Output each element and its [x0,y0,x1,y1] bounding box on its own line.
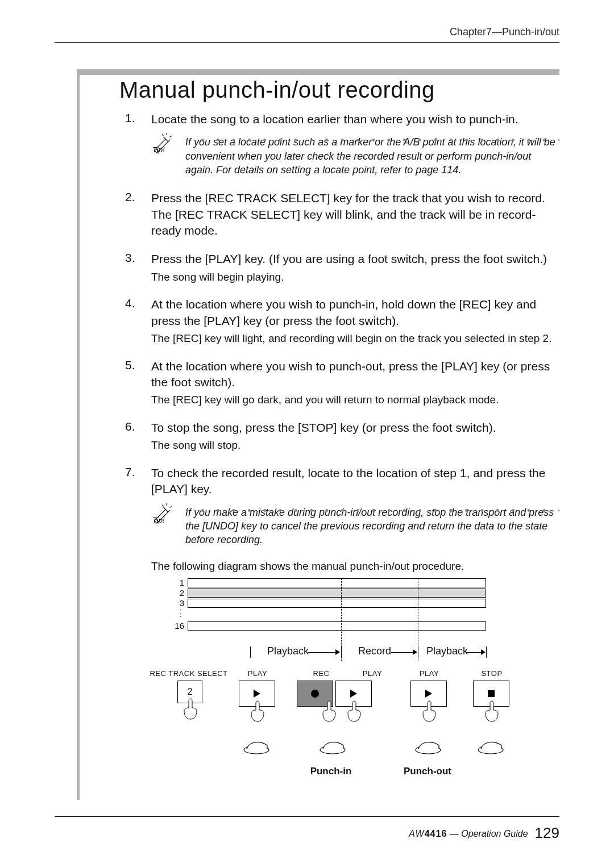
footswitch-icon [476,737,505,754]
track-row [188,621,486,631]
footer-opguide: — Operation Guide [447,829,528,838]
play-icon [425,690,432,698]
phase-playback2-label: Playback [426,645,468,657]
step-text: Locate the song to a location earlier th… [151,111,559,127]
phase-arrow [308,652,337,653]
step-2: 2. Press the [REC TRACK SELECT] key for … [125,190,559,239]
step-4: 4. At the location where you wish to pun… [125,297,559,345]
diagram-caption: The following diagram shows the manual p… [151,560,559,573]
step-number: 5. [125,358,135,372]
track-label-16: 16 [171,621,184,631]
punch-diagram: 1 2 3 ··· 16 Playback Record Playback [165,578,551,806]
tip-dots: • • • • • • • • • • • • • • • • • • • • … [185,139,559,142]
footswitch-icon [318,737,347,754]
track-label-2: 2 [171,589,184,598]
track-ellipsis: ··· [180,608,182,618]
step-text: To stop the song, press the [STOP] key (… [151,420,559,436]
rec-track-select-label: REC TRACK SELECT [143,669,234,678]
play-caption: PLAY [347,669,398,678]
step-7: 7. To check the recorded result, locate … [125,465,559,547]
phase-playback-label: Playback [267,645,309,657]
track-label-1: 1 [171,578,184,587]
steps-list: 1. Locate the song to a location earlier… [125,111,559,546]
finger-press-icon [250,700,266,723]
phase-arrow [466,652,482,653]
running-head-rule [55,42,559,43]
play-icon [254,690,260,698]
punch-out-label: Punch-out [393,766,462,777]
arrowhead-icon [481,649,486,655]
step-1: 1. Locate the song to a location earlier… [125,111,559,177]
footer-rule [55,816,559,817]
step-subtext: The [REC] key will go dark, and you will… [151,393,559,407]
page-number: 129 [535,824,559,841]
phase-arrow [391,652,414,653]
page-title: Manual punch-in/out recording [119,77,435,103]
record-icon [311,690,319,698]
track-row-selected [188,589,486,598]
finger-press-icon [422,700,438,723]
stop-caption: STOP [466,669,517,678]
phase-tick [486,646,487,658]
button-2-label: 2 [188,687,193,697]
step-text: At the location where you wish to punch-… [151,297,559,329]
finger-press-icon [183,698,199,720]
step-number: 6. [125,420,135,433]
tip-block: Tip! • • • • • • • • • • • • • • • • • •… [151,506,559,547]
step-text: At the location where you wish to punch-… [151,358,559,391]
play-caption: PLAY [404,669,455,678]
finger-press-icon [484,700,500,723]
step-5: 5. At the location where you wish to pun… [125,358,559,407]
footswitch-icon [414,737,442,754]
step-3: 3. Press the [PLAY] key. (If you are usi… [125,251,559,284]
tip-label: Tip! [152,516,165,524]
arrowhead-icon [413,649,417,655]
play-icon [350,690,357,698]
footer: AW4416 — Operation Guide129 [409,824,559,842]
phase-tick [418,646,418,658]
content: 1. Locate the song to a location earlier… [125,111,559,806]
rec-caption: REC [296,669,347,678]
footer-logo: AW [409,829,424,838]
step-text: To check the recorded result, locate to … [151,465,559,498]
step-subtext: The [REC] key will light, and recording … [151,331,559,346]
step-text: Press the [REC TRACK SELECT] key for the… [151,190,559,239]
phase-tick [250,646,251,658]
page: Chapter7—Punch-in/out Manual punch-in/ou… [0,0,614,868]
step-number: 4. [125,297,135,310]
step-subtext: The song will stop. [151,438,559,453]
heading-bar [77,69,559,75]
track-label-3: 3 [171,599,184,608]
tip-block: Tip! • • • • • • • • • • • • • • • • • •… [151,135,559,177]
arrowhead-icon [335,649,340,655]
step-number: 3. [125,251,135,265]
step-text: Press the [PLAY] key. (If you are using … [151,251,559,267]
footswitch-icon [242,737,271,754]
step-number: 7. [125,465,135,479]
tip-label: Tip! [152,145,165,154]
play-caption: PLAY [232,669,283,678]
step-number: 2. [125,190,135,204]
phase-record-label: Record [358,645,391,657]
stop-icon [488,690,495,697]
finger-press-icon [347,700,363,723]
track-row [188,578,486,587]
track-row [188,599,486,608]
punch-in-label: Punch-in [297,766,365,777]
step-subtext: The song will begin playing. [151,270,559,285]
left-column-bar [77,69,80,800]
step-6: 6. To stop the song, press the [STOP] ke… [125,420,559,453]
running-head: Chapter7—Punch-in/out [450,26,559,38]
step-number: 1. [125,111,135,125]
phase-tick [341,646,342,658]
tip-dots: • • • • • • • • • • • • • • • • • • • • … [185,509,559,512]
footer-model: 4416 [425,829,447,838]
